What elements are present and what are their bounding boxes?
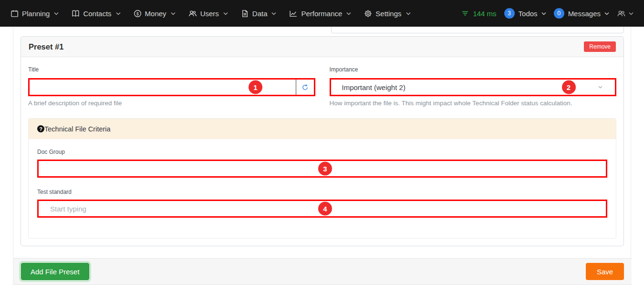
nav-item-performance[interactable]: Performance [289, 10, 351, 18]
nav-item-label: Money [145, 10, 166, 18]
svg-text:$: $ [136, 10, 139, 16]
importance-help-text: How important the file is. This might im… [330, 100, 617, 107]
criteria-heading: Technical File Criteria [44, 125, 111, 133]
title-field-group: Title 1 A brief description of required … [28, 66, 315, 107]
som-mark-1: 1 [249, 80, 262, 94]
gear-icon [364, 10, 372, 18]
page-container: Preset #1 Remove Title 1 [13, 27, 631, 285]
doc-group-label: Doc Group [37, 149, 607, 155]
importance-label: Importance [330, 66, 617, 73]
latency-value: 144 ms [473, 10, 496, 18]
chevron-down-icon [116, 12, 121, 15]
save-button[interactable]: Save [586, 263, 624, 280]
som-mark-2: 2 [562, 80, 576, 94]
chevron-down-icon [346, 12, 351, 15]
nav-item-users[interactable]: Users [188, 10, 228, 18]
cutoff-field-above [331, 27, 624, 33]
nav-item-money[interactable]: $ Money [134, 10, 176, 18]
users-icon [188, 10, 197, 18]
chevron-down-icon [223, 12, 228, 15]
title-help-text: A brief description of required file [28, 100, 315, 107]
chevron-down-icon [406, 12, 411, 15]
filter-icon [461, 10, 469, 17]
importance-select[interactable]: Important (weight 2) 2 [330, 78, 617, 96]
chevron-down-icon [271, 12, 276, 15]
nav-right: 144 ms 3 Todos 0 Messages [461, 8, 634, 19]
criteria-header: ? Technical File Criteria [29, 119, 616, 139]
nav-item-label: Data [252, 10, 268, 18]
chevron-down-icon [604, 12, 609, 15]
help-question-icon[interactable]: ? [37, 125, 44, 132]
nav-item-messages[interactable]: 0 Messages [554, 8, 609, 19]
title-input-group: 1 [28, 78, 315, 96]
nav-item-planning[interactable]: Planning [10, 10, 59, 18]
test-standard-input-wrap: 4 [37, 200, 607, 218]
contacts-icon [72, 10, 80, 18]
people-icon [617, 10, 626, 18]
title-label: Title [28, 66, 315, 73]
chevron-down-icon [171, 12, 176, 15]
chevron-down-icon [598, 86, 602, 89]
document-icon [241, 10, 249, 18]
nav-item-label: Settings [375, 10, 401, 18]
form-row: Title 1 A brief description of required … [28, 66, 616, 107]
nav-item-todos[interactable]: 3 Todos [504, 8, 546, 19]
todos-label: Todos [519, 10, 538, 18]
nav-item-data[interactable]: Data [241, 10, 277, 18]
test-standard-field-group: Test standard 4 [37, 189, 607, 218]
importance-field-group: Importance Important (weight 2) 2 How im… [330, 66, 617, 107]
top-nav: Planning Contacts $ [0, 0, 644, 27]
preset-card-body: Title 1 A brief description of required … [21, 57, 623, 251]
chevron-down-icon [629, 12, 634, 15]
test-standard-label: Test standard [37, 189, 607, 195]
nav-item-label: Contacts [83, 10, 111, 18]
nav-menu: Planning Contacts $ [10, 10, 411, 18]
calendar-icon [10, 10, 19, 18]
refresh-icon [301, 84, 309, 91]
messages-label: Messages [568, 10, 601, 18]
preset-card: Preset #1 Remove Title 1 [21, 36, 624, 246]
importance-selected-value: Important (weight 2) [342, 83, 405, 91]
preset-card-header: Preset #1 Remove [21, 37, 623, 57]
technical-file-criteria-panel: ? Technical File Criteria Doc Group 3 Te… [28, 118, 616, 239]
remove-button[interactable]: Remove [584, 41, 616, 52]
chart-icon [289, 10, 298, 18]
nav-item-label: Users [200, 10, 219, 18]
money-icon: $ [134, 10, 142, 18]
nav-item-settings[interactable]: Settings [364, 10, 410, 18]
criteria-body: Doc Group 3 Test standard 4 [29, 139, 616, 238]
preset-title: Preset #1 [29, 42, 63, 51]
footer-action-bar: Add File Preset Save [13, 258, 632, 285]
chevron-down-icon [541, 12, 546, 15]
doc-group-input-wrap: 3 [37, 160, 607, 178]
som-mark-3: 3 [318, 162, 332, 176]
add-file-preset-button[interactable]: Add File Preset [21, 263, 89, 280]
doc-group-field-group: Doc Group 3 [37, 149, 607, 178]
todos-count-badge: 3 [504, 8, 515, 19]
som-mark-4: 4 [318, 202, 332, 216]
nav-item-contacts[interactable]: Contacts [72, 10, 120, 18]
nav-item-label: Performance [301, 10, 342, 18]
chevron-down-icon [54, 12, 59, 15]
user-menu[interactable] [617, 10, 634, 18]
messages-count-badge: 0 [554, 8, 564, 19]
refresh-addon-button[interactable] [296, 80, 314, 95]
latency-indicator: 144 ms [461, 10, 496, 18]
nav-item-label: Planning [22, 10, 50, 18]
